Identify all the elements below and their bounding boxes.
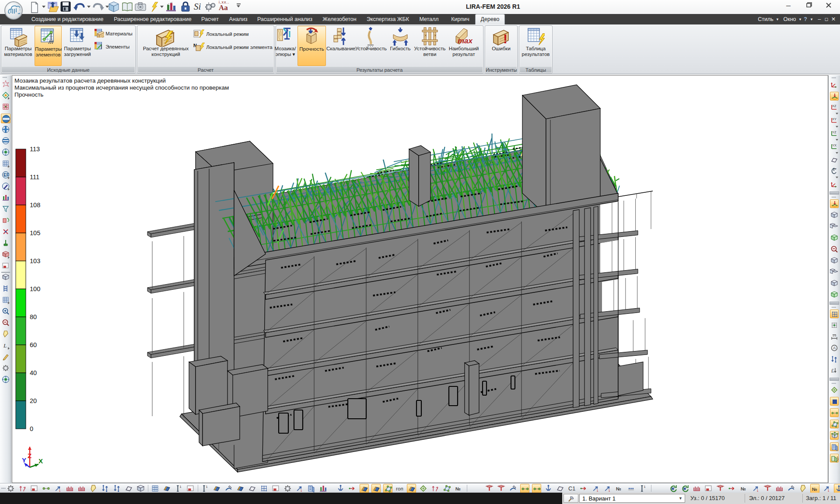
svg-text:YZ: YZ bbox=[832, 130, 836, 134]
svg-text:гоп: гоп bbox=[396, 486, 403, 491]
svg-text:£: £ bbox=[831, 368, 834, 373]
svg-text:0: 0 bbox=[30, 425, 33, 432]
svg-text:1.0: 1.0 bbox=[833, 334, 836, 337]
svg-text:XZ: XZ bbox=[832, 104, 836, 108]
svg-text:z: z bbox=[835, 167, 836, 170]
svg-text:№: № bbox=[812, 487, 817, 492]
svg-text:Y: Y bbox=[22, 456, 26, 464]
svg-text:1: 1 bbox=[180, 485, 182, 489]
svg-text:Прочность: Прочность bbox=[14, 91, 43, 98]
svg-text:1: 1 bbox=[644, 485, 646, 489]
svg-text:1: 1 bbox=[206, 485, 208, 489]
svg-text:L: L bbox=[3, 342, 7, 349]
svg-text:80: 80 bbox=[30, 313, 37, 320]
svg-text:№: № bbox=[616, 486, 621, 491]
svg-text:1: 1 bbox=[757, 489, 759, 493]
svg-text:Максимальный из процентов исче: Максимальный из процентов исчерпания нес… bbox=[14, 84, 229, 91]
svg-text:1: 1 bbox=[828, 489, 830, 493]
svg-text:C1: C1 bbox=[568, 486, 575, 492]
svg-text:105: 105 bbox=[30, 229, 40, 236]
svg-text:111: 111 bbox=[30, 174, 39, 181]
svg-text:1: 1 bbox=[597, 489, 598, 493]
svg-text:A: A bbox=[833, 346, 836, 350]
svg-text:1: 1 bbox=[301, 489, 302, 493]
svg-text:XY: XY bbox=[832, 117, 836, 121]
svg-text:1: 1 bbox=[609, 489, 610, 493]
svg-text:40: 40 bbox=[30, 369, 37, 376]
svg-text:108: 108 bbox=[30, 202, 40, 209]
svg-text:max: max bbox=[458, 37, 473, 45]
svg-text:20: 20 bbox=[30, 397, 37, 404]
svg-text:!: ! bbox=[503, 31, 508, 46]
svg-text:Мозаика результатов расчета де: Мозаика результатов расчета деревянных к… bbox=[14, 77, 166, 84]
svg-text:X: X bbox=[38, 457, 43, 465]
svg-text:113: 113 bbox=[30, 146, 40, 153]
svg-text:100: 100 bbox=[30, 285, 40, 292]
svg-text:60: 60 bbox=[30, 341, 37, 348]
svg-text:Z: Z bbox=[28, 452, 32, 459]
svg-text:1: 1 bbox=[59, 489, 61, 493]
svg-text:103: 103 bbox=[30, 257, 40, 264]
svg-text:№: № bbox=[455, 486, 461, 491]
svg-text:№: № bbox=[741, 486, 746, 491]
svg-text:YX: YX bbox=[832, 143, 836, 147]
